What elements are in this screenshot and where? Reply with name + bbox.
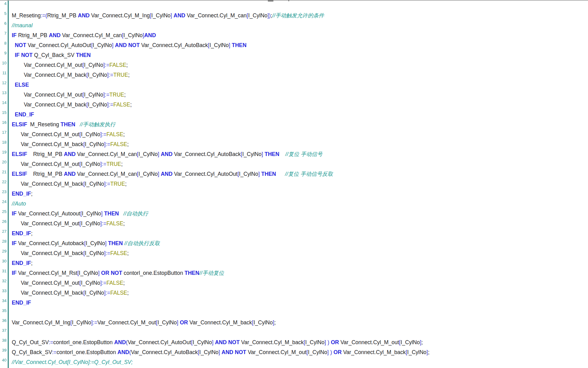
code-text: //Var_Connect.Cyl_Out[I_CylNo]:=Q_Cyl_Ou… [12,357,588,367]
line-number: 5 [0,11,7,16]
code-line-4[interactable]: 4 [0,1,588,11]
code-line-6[interactable]: 6//maunal [0,20,588,30]
token-bool-literal: FALSE [110,250,127,256]
line-number: 31 [0,269,7,273]
token-comment: //自动执行 [124,210,148,217]
code-text: END_IF; [12,189,588,199]
code-line-21[interactable]: 21ELSIF Rtrig_M_PB AND Var_Connect.Cyl_M… [0,169,588,179]
code-line-5[interactable]: 5M_Reseting:=(Rtrig_M_PB AND Var_Connect… [0,11,588,20]
code-line-17[interactable]: 17 Var_Connect.Cyl_M_out[I_CylNo]:=FALSE… [0,129,588,139]
code-text: M_Reseting:=(Rtrig_M_PB AND Var_Connect.… [12,11,588,20]
code-line-39[interactable]: 39Q_Cyl_Back_SV:=contorl_one.EstopButton… [0,347,588,357]
token-keyword: AND [215,339,227,345]
token-operator: := [93,319,97,326]
token-bool-literal: TRUE [110,181,125,187]
code-line-36[interactable]: 36Var_Connect.Cyl_M_Ing[I_CylNo]:=Var_Co… [0,318,588,327]
token-plain: Var_Connect.Cyl_M_Rst [17,270,77,276]
token-comment: //手动复位 [199,270,224,276]
code-line-29[interactable]: 29 Var_Connect.Cyl_M_back[I_CylNo]:=FALS… [0,248,588,258]
token-keyword: IF [12,210,17,217]
code-line-24[interactable]: 24//Auto [0,199,588,209]
token-plain: I_CylNo [248,12,267,19]
token-plain: I_CylNo [93,42,112,48]
token-plain: I_CylNo [81,131,100,137]
code-line-31[interactable]: 31IF Var_Connect.Cyl_M_Rst[I_CylNo] OR N… [0,268,588,278]
token-plain: ; [31,260,33,266]
code-line-10[interactable]: 10 Var_Connect.Cyl_M_out[I_CylNo]:=FALSE… [0,60,588,70]
token-plain: I_CylNo [72,319,91,326]
code-line-23[interactable]: 23END_IF; [0,189,588,199]
code-line-14[interactable]: 14 Var_Connect.Cyl_M_back[I_CylNo]:=FALS… [0,100,588,110]
code-line-33[interactable]: 33 Var_Connect.Cyl_M_back[I_CylNo]:=FALS… [0,288,588,298]
token-plain: ; [130,102,132,108]
line-number: 28 [0,239,7,244]
code-line-32[interactable]: 32 Var_Connect.Cyl_M_out[I_CylNo]:=FALSE… [0,278,588,288]
token-keyword: AND [49,32,61,38]
code-line-22[interactable]: 22 Var_Connect.Cyl_M_back[I_CylNo]:=TRUE… [0,179,588,189]
code-line-16[interactable]: 16ELSIF M_Reseting THEN //手动触发执行 [0,119,588,129]
code-line-12[interactable]: 12 ELSE [0,80,588,90]
code-text: END_IF; [12,228,588,238]
token-plain: ; [274,319,276,326]
token-keyword: THEN [232,42,246,48]
code-line-11[interactable]: 11 Var_Connect.Cyl_M_back[I_CylNo]:=TRUE… [0,70,588,80]
token-plain: I_CylNo [254,319,273,326]
token-bool-literal: FALSE [109,62,126,68]
code-line-28[interactable]: 28IF Var_Connect.Cyl_Autoback[I_CylNo] T… [0,238,588,248]
code-line-8[interactable]: 8 NOT Var_Connect.Cyl_AutoOut[I_CylNo] A… [0,40,588,50]
token-plain: Q_Cyl_Back_SV [12,349,52,355]
line-number: 15 [0,110,7,115]
token-plain: Var_Connect.Cyl_M_can [76,151,137,157]
token-plain: Rtrig_M_PB [17,32,49,38]
code-line-13[interactable]: 13 Var_Connect.Cyl_M_out[I_CylNo]:=TRUE; [0,90,588,100]
token-operator: := [105,92,109,98]
token-plain [119,210,124,217]
code-line-35[interactable]: 35 [0,308,588,318]
token-plain: I_CylNo [407,349,426,355]
line-number: 39 [0,348,7,353]
token-plain: Var_Connect.Cyl_AutoOut [26,42,91,48]
token-keyword: END_IF [12,191,31,197]
code-line-9[interactable]: 9 IF NOT Q_Cyl_Back_SV THEN [0,50,588,60]
code-line-37[interactable]: 37 [0,327,588,337]
token-plain: I_CylNo [88,102,107,108]
token-keyword: ELSIF [12,121,27,128]
token-plain: contorl_one.EstopButton [122,270,185,276]
code-line-20[interactable]: 20 Var_Connect.Cyl_M_out[I_CylNo]:=TRUE; [0,159,588,169]
code-line-26[interactable]: 26 Var_Connect.Cyl_M_out[I_CylNo]:=FALSE… [0,219,588,228]
code-line-18[interactable]: 18 Var_Connect.Cyl_M_back[I_CylNo]:=FALS… [0,139,588,149]
code-line-7[interactable]: 7IF Rtrig_M_PB AND Var_Connect.Cyl_M_can… [0,30,588,40]
token-keyword: THEN [104,210,119,217]
token-plain: Var_Connect.Cyl_M_back [12,181,83,187]
token-plain: I_CylNo [138,171,158,177]
token-plain: I_CylNo [84,62,103,68]
code-text: Var_Connect.Cyl_M_back[I_CylNo]:=FALSE; [12,288,588,298]
code-line-27[interactable]: 27END_IF; [0,228,588,238]
token-plain: I_CylNo [81,280,100,286]
code-line-38[interactable]: 38Q_Cyl_Out_SV:=contorl_one.EstopButton … [0,337,588,347]
code-line-19[interactable]: 19ELSIF Rtrig_M_PB AND Var_Connect.Cyl_M… [0,149,588,159]
token-keyword: AND [114,339,126,345]
code-line-34[interactable]: 34END_IF [0,298,588,308]
code-text: Var_Connect.Cyl_M_back[I_CylNo]:=TRUE; [12,179,588,189]
code-line-25[interactable]: 25IF Var_Connect.Cyl_Autoout[I_CylNo] TH… [0,209,588,219]
code-line-40[interactable]: 40//Var_Connect.Cyl_Out[I_CylNo]:=Q_Cyl_… [0,357,588,367]
code-line-30[interactable]: 30END_IF; [0,258,588,268]
line-number: 21 [0,170,7,174]
token-plain: Var_Connect.Cyl_M_back [12,141,83,147]
token-operator: := [102,280,107,286]
line-number: 14 [0,100,7,105]
token-operator: := [52,349,57,355]
token-operator: := [49,339,53,345]
line-number: 18 [0,140,7,145]
code-text: NOT Var_Connect.Cyl_AutoOut[I_CylNo] AND… [12,40,588,50]
token-plain: ; [421,339,423,345]
line-number: 11 [0,71,7,75]
token-keyword: END_IF [12,260,31,266]
token-plain: I_CylNo [124,32,143,38]
code-text: //Auto [12,199,588,209]
token-plain: I_CylNo [158,319,177,326]
code-line-15[interactable]: 15 END_IF [0,110,588,119]
token-plain: ; [123,220,125,227]
token-plain: I_CylNo [81,220,100,227]
